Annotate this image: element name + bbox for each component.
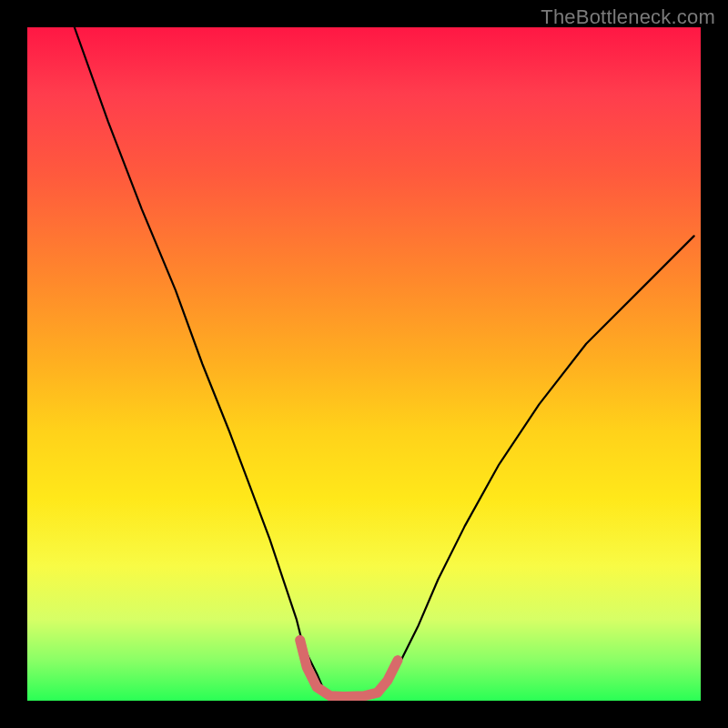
- black-curve: [75, 27, 694, 697]
- chart-frame: TheBottleneck.com: [0, 0, 728, 728]
- chart-svg: [27, 27, 701, 701]
- plot-area: [27, 27, 701, 701]
- watermark-label: TheBottleneck.com: [541, 5, 715, 29]
